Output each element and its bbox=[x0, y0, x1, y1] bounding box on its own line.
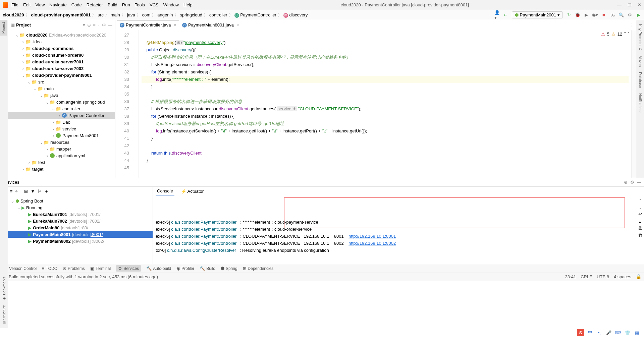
console-tab-console[interactable]: Console bbox=[156, 187, 174, 195]
plus-icon[interactable]: ＋ bbox=[44, 188, 49, 194]
collapse-icon[interactable]: ÷ bbox=[98, 22, 100, 27]
tree-item[interactable]: ›📁cloud-eureka-server7001 bbox=[8, 58, 115, 65]
scroll-icon[interactable]: ⤓ bbox=[638, 219, 642, 224]
tree-item[interactable]: ›📁cloud-eureka-server7002 bbox=[8, 65, 115, 72]
expand-all-icon[interactable]: ≡ bbox=[10, 189, 13, 194]
console-tab-actuator[interactable]: ⚡ Actuator bbox=[180, 187, 205, 195]
gear-icon[interactable]: ⚙ bbox=[630, 180, 634, 185]
grid-icon[interactable]: ▦ bbox=[633, 329, 641, 336]
bottom-tab-profiler[interactable]: ◉Profiler bbox=[176, 266, 194, 271]
tree-item[interactable]: ⌄📁src bbox=[8, 78, 115, 85]
breadcrumb-item[interactable]: cloud-provider-payment8001 bbox=[31, 12, 91, 17]
collapse-all-icon[interactable]: ÷ bbox=[15, 189, 18, 194]
chevron-up-icon[interactable]: ˆ bbox=[624, 32, 626, 37]
menu-view[interactable]: View bbox=[35, 2, 45, 7]
tree-item[interactable]: ›📁cloud-api-commons bbox=[8, 45, 115, 52]
keyboard-icon[interactable]: ⌨ bbox=[614, 329, 622, 336]
group-icon[interactable]: ⊞ bbox=[24, 189, 28, 194]
svc-item[interactable]: ▶PaymentMain8001[devtools] :8001/ bbox=[8, 231, 153, 238]
menu-file[interactable]: File bbox=[11, 2, 18, 7]
editor-tab[interactable]: CPaymentController.java× bbox=[117, 20, 179, 30]
tree-item[interactable]: ⌄📁main bbox=[8, 85, 115, 92]
tree-item[interactable]: ›application.yml bbox=[8, 152, 115, 159]
breadcrumb-item[interactable]: springcloud bbox=[180, 12, 203, 17]
line-separator[interactable]: CRLF bbox=[581, 274, 592, 279]
trash-icon[interactable]: 🗑 bbox=[638, 233, 642, 238]
tool-icon[interactable]: 👕 bbox=[624, 329, 631, 336]
right-tab-key-promoter-x[interactable]: Key Promoter X bbox=[638, 22, 642, 52]
tree-item[interactable]: ›📁.idea bbox=[8, 38, 115, 45]
rerun-icon[interactable]: ↻ bbox=[566, 12, 572, 18]
tree-root[interactable]: ⌄📁cloud2020E:\Idea-workspace\cloud2020 bbox=[8, 32, 115, 38]
menu-help[interactable]: Help bbox=[183, 2, 193, 7]
tree-item[interactable]: ›CPaymentController bbox=[8, 112, 115, 119]
tree-item[interactable]: ›📁test bbox=[8, 159, 115, 166]
minimap[interactable] bbox=[631, 30, 636, 178]
ime-icon[interactable]: 中 bbox=[586, 329, 594, 336]
run-icon[interactable]: ▶ bbox=[636, 12, 641, 18]
bottom-tab-auto-build[interactable]: 🔨Auto-build bbox=[146, 266, 171, 271]
menu-refactor[interactable]: Refactor bbox=[87, 2, 103, 7]
editor-tab[interactable]: CPaymentMain8001.java× bbox=[179, 20, 242, 30]
expand-icon[interactable]: ≡ bbox=[93, 22, 96, 27]
tag-icon[interactable]: ⚐ bbox=[38, 189, 42, 194]
bookmarks-tab[interactable]: ★ Bookmarks bbox=[2, 275, 6, 302]
print-icon[interactable]: 🖶 bbox=[638, 226, 642, 231]
tree-item[interactable]: ⌄📁com.angenin.springcloud bbox=[8, 99, 115, 105]
translate-icon[interactable]: 🖧 bbox=[610, 12, 615, 18]
coverage-icon[interactable]: ▶ bbox=[584, 12, 589, 18]
tabs-menu-icon[interactable]: ⋮ bbox=[626, 22, 636, 27]
tree-item[interactable]: ›📁service bbox=[8, 125, 115, 132]
breadcrumb-item[interactable]: java bbox=[127, 12, 135, 17]
user-icon[interactable]: 👤▾ bbox=[494, 12, 500, 18]
svc-item[interactable]: ▶EurekaMain7001[devtools] :7001/ bbox=[8, 211, 153, 218]
up-icon[interactable]: ↑ bbox=[639, 197, 641, 203]
bottom-tab-spring[interactable]: ⬢Spring bbox=[221, 266, 237, 271]
breadcrumb-item[interactable]: cloud2020 bbox=[3, 12, 24, 17]
locate-icon[interactable]: ⊕ bbox=[87, 22, 91, 27]
project-tool-tab[interactable]: Project bbox=[0, 20, 7, 36]
tree-item[interactable]: ⌄📁cloud-provider-payment8001 bbox=[8, 72, 115, 78]
bottom-tab-todo[interactable]: ≡TODO bbox=[42, 266, 57, 271]
menu-tools[interactable]: Tools bbox=[135, 2, 145, 7]
breadcrumb-item[interactable]: C PaymentController bbox=[234, 12, 276, 18]
menu-run[interactable]: Run bbox=[122, 2, 130, 7]
bottom-tab-build[interactable]: 🔨Build bbox=[200, 266, 215, 271]
structure-tab[interactable]: ⊞ Structure bbox=[2, 304, 6, 326]
sogou-icon[interactable]: S bbox=[577, 329, 584, 336]
run-config-selector[interactable]: ⬢ PaymentMain2001 ▾ bbox=[512, 11, 563, 18]
menu-window[interactable]: Window bbox=[163, 2, 179, 7]
menu-edit[interactable]: Edit bbox=[23, 2, 31, 7]
chevron-down-icon[interactable]: ˇ bbox=[628, 32, 629, 37]
filter-icon[interactable]: ▼ bbox=[31, 189, 35, 194]
encoding[interactable]: UTF-8 bbox=[597, 274, 609, 279]
hide-icon[interactable]: — bbox=[637, 180, 641, 185]
svc-root[interactable]: ⌄⬢Spring Boot bbox=[8, 197, 153, 204]
tree-item[interactable]: ⌄📁resources bbox=[8, 139, 115, 146]
project-tree[interactable]: ⌄📁cloud2020E:\Idea-workspace\cloud2020›📁… bbox=[8, 30, 115, 178]
right-tab-database[interactable]: Database bbox=[638, 70, 642, 90]
settings-icon[interactable]: ⚙ bbox=[627, 12, 633, 18]
svc-item[interactable]: ▶PaymentMain8002[devtools] :8002/ bbox=[8, 238, 153, 244]
svc-running[interactable]: ⌄▶Running bbox=[8, 204, 153, 211]
inspection-widget[interactable]: ⚠5 ⚠12 ˆ ˇ bbox=[601, 32, 629, 37]
right-tab-notifications[interactable]: Notifications bbox=[638, 91, 642, 115]
down-icon[interactable]: ↓ bbox=[639, 205, 641, 210]
svc-item[interactable]: ▶OrderMain80[devtools] :80/ bbox=[8, 224, 153, 231]
breadcrumb-item[interactable]: main bbox=[111, 12, 120, 17]
close-tab-icon[interactable]: × bbox=[173, 22, 176, 27]
breadcrumb-item[interactable]: angenin bbox=[157, 12, 173, 17]
code-content[interactable]: @GetMapping(⊕▾"/payment/discovery") publ… bbox=[139, 30, 631, 178]
tree-item[interactable]: ›PaymentMain8001 bbox=[8, 132, 115, 139]
menu-vcs[interactable]: VCS bbox=[150, 2, 159, 7]
debug-icon[interactable]: 🐞 bbox=[575, 12, 580, 18]
tree-item[interactable]: ⌄📁controller bbox=[8, 105, 115, 112]
console-output[interactable]: exec-5] c.a.s.controller.PaymentControll… bbox=[153, 196, 636, 264]
tree-item[interactable]: ⌄📁java bbox=[8, 92, 115, 99]
profile-icon[interactable]: ◉▾ bbox=[592, 12, 598, 18]
tree-item[interactable]: ›📁cloud-consumer-order80 bbox=[8, 52, 115, 58]
maximize-icon[interactable]: ☐ bbox=[628, 2, 632, 7]
tree-item[interactable]: ›📁mapper bbox=[8, 146, 115, 152]
bottom-tab-problems[interactable]: ⊘Problems bbox=[63, 266, 85, 271]
right-tab-maven[interactable]: Maven bbox=[638, 54, 642, 69]
